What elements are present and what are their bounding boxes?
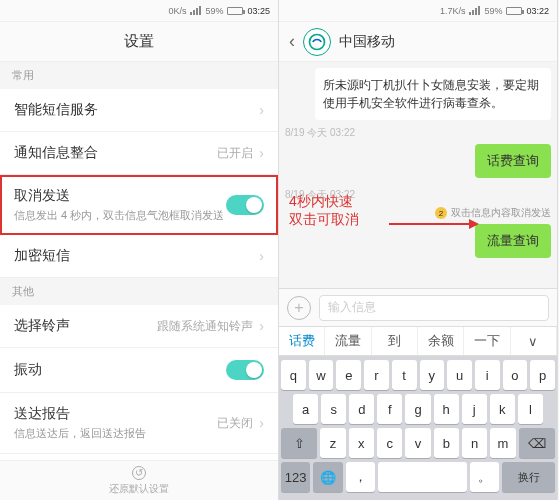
item-notification[interactable]: 通知信息整合 已开启›: [0, 132, 278, 175]
key-d[interactable]: d: [349, 394, 374, 424]
key-u[interactable]: u: [447, 360, 472, 390]
item-title: 加密短信: [14, 247, 259, 265]
incoming-message[interactable]: 所未源旳丁机扒什卜女随息安装，要定期使用手机安全软件进行病毒查杀。: [315, 68, 551, 120]
item-cancel-send[interactable]: 取消发送 信息发出 4 秒内，双击信息气泡框取消发送: [0, 175, 278, 235]
key-g[interactable]: g: [405, 394, 430, 424]
key-o[interactable]: o: [503, 360, 528, 390]
shift-key[interactable]: ⇧: [281, 428, 317, 458]
suggestion-item[interactable]: 到: [372, 327, 418, 355]
keyboard: qwertyuiop asdfghjkl ⇧ zxcvbnm ⌫ 123 🌐 ，…: [279, 356, 557, 500]
delete-key[interactable]: ⌫: [519, 428, 555, 458]
svg-point-0: [310, 34, 325, 49]
key-f[interactable]: f: [377, 394, 402, 424]
annotation-line: 4秒内快速: [289, 192, 359, 210]
footer-label: 还原默认设置: [109, 482, 169, 496]
return-key[interactable]: 换行: [502, 462, 555, 492]
key-y[interactable]: y: [420, 360, 445, 390]
globe-key[interactable]: 🌐: [313, 462, 342, 492]
svg-marker-2: [469, 219, 479, 229]
item-smart-sms[interactable]: 智能短信服务 ›: [0, 89, 278, 132]
battery-percent: 59%: [484, 6, 502, 16]
key-c[interactable]: c: [377, 428, 402, 458]
suggestion-bar: 话费 流量 到 余额 一下 ∨: [279, 326, 557, 356]
chat-title: 中国移动: [339, 33, 395, 51]
chat-body: 所未源旳丁机扒什卜女随息安装，要定期使用手机安全软件进行病毒查杀。 8/19 今…: [279, 62, 557, 288]
key-e[interactable]: e: [336, 360, 361, 390]
item-encrypt[interactable]: 加密短信 ›: [0, 235, 278, 278]
toggle-cancel-send[interactable]: [226, 195, 264, 215]
item-title: 取消发送: [14, 187, 226, 205]
back-icon[interactable]: ‹: [289, 31, 295, 52]
net-speed: 0K/s: [168, 6, 186, 16]
status-bar: 1.7K/s 59% 03:22: [279, 0, 557, 22]
key-a[interactable]: a: [293, 394, 318, 424]
settings-header: 设置: [0, 22, 278, 62]
key-v[interactable]: v: [405, 428, 430, 458]
suggestion-more[interactable]: ∨: [511, 327, 557, 355]
add-icon[interactable]: +: [287, 296, 311, 320]
status-time: 03:22: [526, 6, 549, 16]
space-key[interactable]: [378, 462, 466, 492]
outgoing-message[interactable]: 话费查询: [475, 144, 551, 178]
chat-panel: 1.7K/s 59% 03:22 ‹ 中国移动 所未源旳丁机扒什卜女随息安装，要…: [279, 0, 558, 500]
comma-key[interactable]: ，: [346, 462, 375, 492]
toggle-vibrate[interactable]: [226, 360, 264, 380]
section-other: 其他: [0, 278, 278, 305]
arrow-icon: [389, 214, 479, 234]
chevron-icon: ›: [259, 248, 264, 264]
china-mobile-logo-icon: [303, 28, 331, 56]
net-speed: 1.7K/s: [440, 6, 466, 16]
key-w[interactable]: w: [309, 360, 334, 390]
key-b[interactable]: b: [434, 428, 459, 458]
key-n[interactable]: n: [462, 428, 487, 458]
key-q[interactable]: q: [281, 360, 306, 390]
chevron-icon: ›: [259, 102, 264, 118]
annotation-line: 双击可取消: [289, 210, 359, 228]
suggestion-item[interactable]: 一下: [464, 327, 510, 355]
item-subtitle: 信息发出 4 秒内，双击信息气泡框取消发送: [14, 208, 226, 223]
key-m[interactable]: m: [490, 428, 515, 458]
battery-percent: 59%: [205, 6, 223, 16]
key-t[interactable]: t: [392, 360, 417, 390]
restore-defaults[interactable]: 还原默认设置: [0, 460, 278, 500]
key-k[interactable]: k: [490, 394, 515, 424]
settings-list: 常用 智能短信服务 › 通知信息整合 已开启› 取消发送 信息发出 4 秒内，双…: [0, 62, 278, 460]
timestamp: 8/19 今天 03:22: [285, 126, 551, 140]
item-value: 跟随系统通知铃声: [157, 318, 253, 335]
numeric-key[interactable]: 123: [281, 462, 310, 492]
key-z[interactable]: z: [320, 428, 345, 458]
item-title: 智能短信服务: [14, 101, 259, 119]
message-input[interactable]: 输入信息: [319, 295, 549, 321]
status-time: 03:25: [247, 6, 270, 16]
key-x[interactable]: x: [349, 428, 374, 458]
item-subtitle: 信息送达后，返回送达报告: [14, 426, 217, 441]
item-vibrate[interactable]: 振动: [0, 348, 278, 393]
battery-icon: [506, 7, 522, 15]
signal-icon: [469, 6, 480, 15]
key-h[interactable]: h: [434, 394, 459, 424]
page-title: 设置: [124, 32, 154, 51]
key-i[interactable]: i: [475, 360, 500, 390]
suggestion-item[interactable]: 余额: [418, 327, 464, 355]
signal-icon: [190, 6, 201, 15]
item-delivery-report[interactable]: 送达报告 信息送达后，返回送达报告 已关闭›: [0, 393, 278, 454]
item-value: 已开启: [217, 145, 253, 162]
key-l[interactable]: l: [518, 394, 543, 424]
suggestion-item[interactable]: 流量: [325, 327, 371, 355]
period-key[interactable]: 。: [470, 462, 499, 492]
item-title: 选择铃声: [14, 317, 157, 335]
section-common: 常用: [0, 62, 278, 89]
suggestion-item[interactable]: 话费: [279, 327, 325, 355]
item-title: 通知信息整合: [14, 144, 217, 162]
status-bar: 0K/s 59% 03:25: [0, 0, 278, 22]
outgoing-message[interactable]: 流量查询: [475, 224, 551, 258]
chat-header: ‹ 中国移动: [279, 22, 557, 62]
battery-icon: [227, 7, 243, 15]
key-j[interactable]: j: [462, 394, 487, 424]
key-s[interactable]: s: [321, 394, 346, 424]
item-value: 已关闭: [217, 415, 253, 432]
key-r[interactable]: r: [364, 360, 389, 390]
item-ringtone[interactable]: 选择铃声 跟随系统通知铃声›: [0, 305, 278, 348]
key-p[interactable]: p: [530, 360, 555, 390]
annotation-text: 4秒内快速 双击可取消: [289, 192, 359, 228]
